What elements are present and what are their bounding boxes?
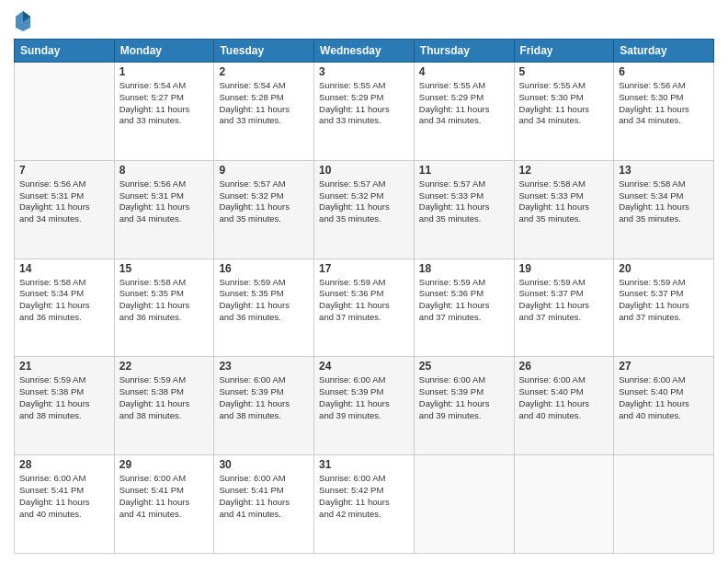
- day-number: 31: [319, 458, 409, 471]
- day-info: Sunrise: 5:54 AMSunset: 5:28 PMDaylight:…: [219, 80, 309, 127]
- week-row-1: 1Sunrise: 5:54 AMSunset: 5:27 PMDaylight…: [15, 63, 714, 161]
- calendar-cell: 6Sunrise: 5:56 AMSunset: 5:30 PMDaylight…: [614, 63, 714, 161]
- calendar-cell: 31Sunrise: 6:00 AMSunset: 5:42 PMDayligh…: [314, 455, 415, 554]
- calendar-cell: 19Sunrise: 5:59 AMSunset: 5:37 PMDayligh…: [514, 259, 614, 357]
- day-number: 11: [419, 164, 509, 177]
- day-info: Sunrise: 5:59 AMSunset: 5:36 PMDaylight:…: [319, 277, 409, 324]
- calendar-cell: 11Sunrise: 5:57 AMSunset: 5:33 PMDayligh…: [414, 160, 514, 259]
- calendar-cell: 5Sunrise: 5:55 AMSunset: 5:30 PMDaylight…: [514, 63, 614, 161]
- week-row-4: 21Sunrise: 5:59 AMSunset: 5:38 PMDayligh…: [15, 357, 714, 455]
- day-info: Sunrise: 6:00 AMSunset: 5:41 PMDaylight:…: [119, 473, 210, 520]
- calendar-cell: 24Sunrise: 6:00 AMSunset: 5:39 PMDayligh…: [314, 357, 415, 455]
- day-info: Sunrise: 5:55 AMSunset: 5:29 PMDaylight:…: [319, 80, 409, 127]
- calendar-cell: 7Sunrise: 5:56 AMSunset: 5:31 PMDaylight…: [15, 160, 115, 259]
- calendar-cell: 3Sunrise: 5:55 AMSunset: 5:29 PMDaylight…: [314, 63, 415, 161]
- calendar-cell: 21Sunrise: 5:59 AMSunset: 5:38 PMDayligh…: [15, 357, 115, 455]
- day-number: 18: [419, 262, 509, 275]
- day-info: Sunrise: 6:00 AMSunset: 5:42 PMDaylight:…: [319, 473, 409, 520]
- day-info: Sunrise: 5:58 AMSunset: 5:35 PMDaylight:…: [119, 277, 210, 324]
- day-info: Sunrise: 5:57 AMSunset: 5:32 PMDaylight:…: [219, 178, 309, 225]
- day-number: 28: [19, 458, 109, 471]
- day-number: 27: [619, 360, 709, 373]
- calendar-cell: 13Sunrise: 5:58 AMSunset: 5:34 PMDayligh…: [614, 160, 714, 259]
- day-info: Sunrise: 5:58 AMSunset: 5:33 PMDaylight:…: [519, 178, 609, 225]
- day-info: Sunrise: 6:00 AMSunset: 5:39 PMDaylight:…: [219, 374, 309, 421]
- calendar-cell: 29Sunrise: 6:00 AMSunset: 5:41 PMDayligh…: [114, 455, 214, 554]
- logo: [14, 9, 36, 31]
- day-info: Sunrise: 5:56 AMSunset: 5:31 PMDaylight:…: [19, 178, 109, 225]
- day-info: Sunrise: 5:59 AMSunset: 5:37 PMDaylight:…: [619, 277, 709, 324]
- col-header-tuesday: Tuesday: [214, 40, 314, 63]
- day-info: Sunrise: 6:00 AMSunset: 5:41 PMDaylight:…: [19, 473, 109, 520]
- day-number: 22: [119, 360, 210, 373]
- day-number: 5: [519, 65, 609, 78]
- day-number: 25: [419, 360, 509, 373]
- calendar-cell: 20Sunrise: 5:59 AMSunset: 5:37 PMDayligh…: [614, 259, 714, 357]
- calendar-cell: 14Sunrise: 5:58 AMSunset: 5:34 PMDayligh…: [15, 259, 115, 357]
- day-info: Sunrise: 6:00 AMSunset: 5:39 PMDaylight:…: [419, 374, 509, 421]
- day-number: 9: [219, 164, 309, 177]
- day-number: 19: [519, 262, 609, 275]
- day-number: 29: [119, 458, 210, 471]
- day-number: 30: [219, 458, 309, 471]
- calendar-table: SundayMondayTuesdayWednesdayThursdayFrid…: [14, 39, 714, 554]
- day-number: 2: [219, 65, 309, 78]
- day-number: 8: [119, 164, 210, 177]
- col-header-sunday: Sunday: [15, 40, 115, 63]
- day-number: 13: [619, 164, 709, 177]
- calendar-cell: 10Sunrise: 5:57 AMSunset: 5:32 PMDayligh…: [314, 160, 415, 259]
- calendar-cell: 30Sunrise: 6:00 AMSunset: 5:41 PMDayligh…: [214, 455, 314, 554]
- logo-icon: [14, 9, 32, 31]
- day-info: Sunrise: 6:00 AMSunset: 5:39 PMDaylight:…: [319, 374, 409, 421]
- day-number: 21: [19, 360, 109, 373]
- calendar-cell: 12Sunrise: 5:58 AMSunset: 5:33 PMDayligh…: [514, 160, 614, 259]
- col-header-saturday: Saturday: [614, 40, 714, 63]
- calendar-cell: 15Sunrise: 5:58 AMSunset: 5:35 PMDayligh…: [114, 259, 214, 357]
- day-number: 12: [519, 164, 609, 177]
- day-info: Sunrise: 5:58 AMSunset: 5:34 PMDaylight:…: [19, 277, 109, 324]
- calendar-cell: [514, 455, 614, 554]
- calendar-cell: 23Sunrise: 6:00 AMSunset: 5:39 PMDayligh…: [214, 357, 314, 455]
- day-info: Sunrise: 5:59 AMSunset: 5:38 PMDaylight:…: [19, 374, 109, 421]
- day-info: Sunrise: 6:00 AMSunset: 5:40 PMDaylight:…: [619, 374, 709, 421]
- calendar-cell: 27Sunrise: 6:00 AMSunset: 5:40 PMDayligh…: [614, 357, 714, 455]
- day-info: Sunrise: 5:54 AMSunset: 5:27 PMDaylight:…: [119, 80, 210, 127]
- day-info: Sunrise: 5:59 AMSunset: 5:35 PMDaylight:…: [219, 277, 309, 324]
- col-header-thursday: Thursday: [414, 40, 514, 63]
- day-info: Sunrise: 5:58 AMSunset: 5:34 PMDaylight:…: [619, 178, 709, 225]
- day-info: Sunrise: 5:57 AMSunset: 5:33 PMDaylight:…: [419, 178, 509, 225]
- calendar-cell: 25Sunrise: 6:00 AMSunset: 5:39 PMDayligh…: [414, 357, 514, 455]
- day-number: 1: [119, 65, 210, 78]
- day-info: Sunrise: 5:55 AMSunset: 5:30 PMDaylight:…: [519, 80, 609, 127]
- calendar-cell: [414, 455, 514, 554]
- calendar-cell: 1Sunrise: 5:54 AMSunset: 5:27 PMDaylight…: [114, 63, 214, 161]
- day-number: 24: [319, 360, 409, 373]
- day-info: Sunrise: 5:56 AMSunset: 5:30 PMDaylight:…: [619, 80, 709, 127]
- calendar-cell: 22Sunrise: 5:59 AMSunset: 5:38 PMDayligh…: [114, 357, 214, 455]
- day-info: Sunrise: 6:00 AMSunset: 5:41 PMDaylight:…: [219, 473, 309, 520]
- day-number: 23: [219, 360, 309, 373]
- day-info: Sunrise: 5:56 AMSunset: 5:31 PMDaylight:…: [119, 178, 210, 225]
- col-header-monday: Monday: [114, 40, 214, 63]
- col-header-friday: Friday: [514, 40, 614, 63]
- week-row-3: 14Sunrise: 5:58 AMSunset: 5:34 PMDayligh…: [15, 259, 714, 357]
- day-number: 6: [619, 65, 709, 78]
- day-number: 10: [319, 164, 409, 177]
- day-number: 17: [319, 262, 409, 275]
- day-number: 7: [19, 164, 109, 177]
- calendar-cell: 28Sunrise: 6:00 AMSunset: 5:41 PMDayligh…: [15, 455, 115, 554]
- day-info: Sunrise: 5:55 AMSunset: 5:29 PMDaylight:…: [419, 80, 509, 127]
- calendar-cell: 2Sunrise: 5:54 AMSunset: 5:28 PMDaylight…: [214, 63, 314, 161]
- header-row: SundayMondayTuesdayWednesdayThursdayFrid…: [15, 40, 714, 63]
- day-number: 15: [119, 262, 210, 275]
- calendar-cell: 4Sunrise: 5:55 AMSunset: 5:29 PMDaylight…: [414, 63, 514, 161]
- day-info: Sunrise: 5:59 AMSunset: 5:37 PMDaylight:…: [519, 277, 609, 324]
- calendar-cell: 18Sunrise: 5:59 AMSunset: 5:36 PMDayligh…: [414, 259, 514, 357]
- day-number: 4: [419, 65, 509, 78]
- col-header-wednesday: Wednesday: [314, 40, 415, 63]
- day-info: Sunrise: 5:57 AMSunset: 5:32 PMDaylight:…: [319, 178, 409, 225]
- calendar-cell: 26Sunrise: 6:00 AMSunset: 5:40 PMDayligh…: [514, 357, 614, 455]
- calendar-cell: 8Sunrise: 5:56 AMSunset: 5:31 PMDaylight…: [114, 160, 214, 259]
- calendar-cell: 16Sunrise: 5:59 AMSunset: 5:35 PMDayligh…: [214, 259, 314, 357]
- week-row-5: 28Sunrise: 6:00 AMSunset: 5:41 PMDayligh…: [15, 455, 714, 554]
